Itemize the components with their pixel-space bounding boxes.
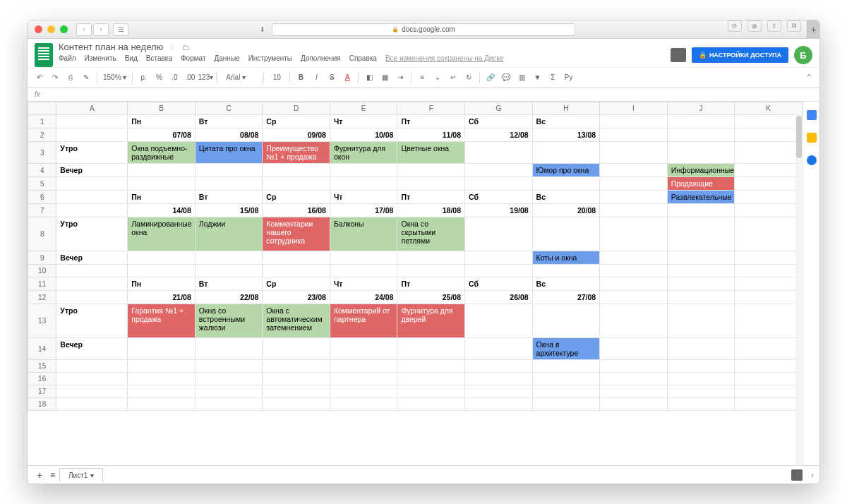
- cell[interactable]: [532, 304, 600, 338]
- cell[interactable]: [667, 217, 735, 251]
- cell[interactable]: [667, 277, 735, 291]
- italic-button[interactable]: I: [311, 73, 321, 83]
- cell[interactable]: [128, 385, 196, 398]
- cell[interactable]: 25/08: [397, 291, 465, 304]
- star-icon[interactable]: ☆: [169, 42, 176, 52]
- back-button[interactable]: ‹: [76, 23, 92, 36]
- col-header[interactable]: F: [397, 102, 465, 115]
- print-button[interactable]: ⎙: [66, 73, 76, 83]
- cell[interactable]: [667, 291, 735, 304]
- chevron-right-icon[interactable]: ›: [811, 470, 814, 480]
- cell[interactable]: [397, 265, 465, 277]
- cell[interactable]: [263, 385, 330, 398]
- col-header[interactable]: B: [128, 102, 196, 115]
- cell[interactable]: Окна со встроенными жалюзи: [195, 304, 263, 338]
- cell[interactable]: [128, 164, 196, 177]
- cell[interactable]: Вт: [195, 191, 263, 204]
- cell[interactable]: Комментарии нашего сотрудника: [263, 217, 330, 251]
- cell[interactable]: [465, 265, 533, 277]
- font-size-input[interactable]: 10: [270, 73, 284, 81]
- col-header[interactable]: I: [600, 102, 668, 115]
- cell[interactable]: [397, 398, 465, 411]
- cell[interactable]: [263, 164, 330, 177]
- close-window-button[interactable]: [35, 25, 42, 33]
- cell[interactable]: 26/08: [465, 291, 533, 304]
- cell[interactable]: [667, 398, 735, 411]
- cell[interactable]: [465, 164, 533, 177]
- cell[interactable]: [195, 385, 263, 398]
- cell[interactable]: [532, 398, 600, 411]
- input-lang-button[interactable]: Ру: [563, 73, 573, 83]
- cell[interactable]: [735, 385, 803, 398]
- cell[interactable]: [465, 385, 533, 398]
- cell[interactable]: [195, 265, 263, 277]
- link-button[interactable]: 🔗: [486, 73, 495, 83]
- cell[interactable]: [330, 251, 397, 265]
- cell[interactable]: [56, 128, 128, 142]
- col-header[interactable]: A: [56, 102, 128, 115]
- cell[interactable]: [56, 265, 128, 277]
- valign-button[interactable]: ⌄: [433, 73, 443, 83]
- cell[interactable]: Чт: [330, 115, 397, 128]
- keep-icon[interactable]: [807, 133, 817, 143]
- calendar-icon[interactable]: [807, 110, 817, 120]
- cell[interactable]: 19/08: [465, 204, 533, 217]
- cell[interactable]: Продающие: [667, 177, 735, 191]
- cell[interactable]: [600, 177, 668, 191]
- cell[interactable]: [330, 398, 397, 411]
- row-header[interactable]: 17: [28, 385, 56, 398]
- row-header[interactable]: 2: [28, 128, 56, 142]
- cell[interactable]: [465, 177, 533, 191]
- cell[interactable]: Развлекательные: [667, 191, 735, 204]
- row-header[interactable]: 15: [28, 360, 56, 373]
- menu-view[interactable]: Вид: [125, 54, 138, 62]
- cell[interactable]: 27/08: [532, 291, 600, 304]
- cell[interactable]: Вс: [532, 191, 600, 204]
- dec-decrease-button[interactable]: .0: [169, 73, 179, 83]
- add-sheet-button[interactable]: +: [33, 469, 46, 481]
- cell[interactable]: [465, 338, 533, 360]
- doc-title[interactable]: Контент план на неделю: [59, 42, 163, 52]
- cell[interactable]: [195, 251, 263, 265]
- cell[interactable]: [735, 204, 803, 217]
- cell[interactable]: [56, 277, 128, 291]
- row-header[interactable]: 18: [28, 398, 56, 411]
- cell[interactable]: Утро: [56, 142, 128, 164]
- cell[interactable]: Пт: [397, 277, 465, 291]
- text-color-button[interactable]: A: [342, 73, 352, 83]
- cell[interactable]: [128, 251, 196, 265]
- cell[interactable]: [735, 360, 803, 373]
- cell[interactable]: 12/08: [465, 128, 533, 142]
- cell[interactable]: [56, 204, 128, 217]
- cell[interactable]: [330, 373, 397, 385]
- cell[interactable]: 16/08: [263, 204, 330, 217]
- strikethrough-button[interactable]: S: [327, 73, 337, 83]
- forward-button[interactable]: ›: [93, 23, 109, 36]
- save-status[interactable]: Все изменения сохранены на Диске: [385, 54, 504, 62]
- cell[interactable]: Ср: [263, 115, 330, 128]
- cell[interactable]: Комментарий от партнера: [330, 304, 397, 338]
- cell[interactable]: Ср: [263, 191, 330, 204]
- cell[interactable]: [600, 142, 668, 164]
- cell[interactable]: Пт: [397, 115, 465, 128]
- cell[interactable]: [330, 338, 397, 360]
- cell[interactable]: Пт: [397, 191, 465, 204]
- comment-button[interactable]: 💬: [501, 73, 511, 83]
- zoom-select[interactable]: 150% ▾: [103, 73, 126, 81]
- undo-button[interactable]: ↶: [35, 73, 44, 83]
- cell[interactable]: [397, 360, 465, 373]
- cell[interactable]: [532, 373, 600, 385]
- row-header[interactable]: 11: [28, 277, 56, 291]
- col-header[interactable]: [28, 102, 56, 115]
- cell[interactable]: [397, 164, 465, 177]
- cell[interactable]: 18/08: [397, 204, 465, 217]
- cell[interactable]: Пн: [128, 115, 196, 128]
- cell[interactable]: Фурнитура для окон: [330, 142, 397, 164]
- cell[interactable]: [532, 265, 600, 277]
- cell[interactable]: [532, 360, 600, 373]
- fill-color-button[interactable]: ◧: [364, 73, 374, 83]
- cell[interactable]: [667, 128, 735, 142]
- cell[interactable]: Балконы: [330, 217, 397, 251]
- cell[interactable]: Вечер: [56, 338, 128, 360]
- cell[interactable]: [397, 177, 465, 191]
